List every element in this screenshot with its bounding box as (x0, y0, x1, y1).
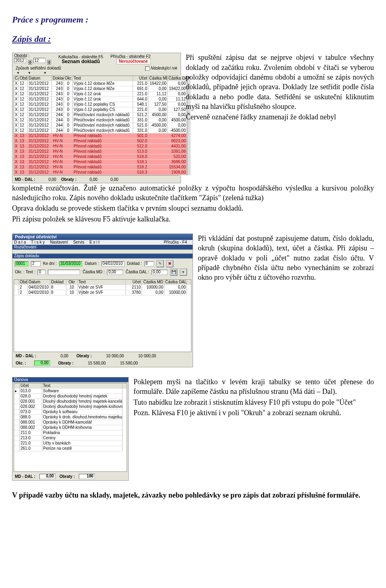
col3-text[interactable]: Text (42, 383, 123, 389)
table-row[interactable]: X1231/12/20122430Výpis č.12 poplatky ČS5… (14, 102, 187, 107)
table-row[interactable]: X1231/12/20122430Výpis č.12 dotace MZe22… (14, 81, 187, 86)
month-spinner[interactable]: ▲▼ (47, 60, 51, 65)
lbl-mddal-a: MD - DAL : (16, 354, 36, 358)
section-heading: Zápis dat : (12, 33, 374, 45)
table-row[interactable]: 211.0Pokladna (14, 430, 127, 436)
table-row[interactable]: X1331/12/2012HV-NPřevod nákladů518.21553… (14, 165, 187, 170)
table-row[interactable]: X1231/12/20122440Přeúčtování mzdových ná… (14, 118, 187, 123)
table-row[interactable]: X1331/12/2012HV-NPřevod nákladů518.0520,… (14, 154, 187, 160)
para-1a: Při spuštění zápisu dat se nejprve objev… (186, 53, 374, 111)
fld-kedni[interactable]: 31/03/2010 (59, 261, 82, 266)
month-input[interactable]: 12 (33, 58, 45, 63)
fld-datum[interactable]: 04/02/2010 (101, 261, 125, 266)
col-ca[interactable]: Ča (14, 76, 19, 81)
pencil-icon[interactable]: ✎ (156, 260, 164, 267)
table-row[interactable]: ▸013.0Software (14, 389, 127, 394)
menu-nastaveni[interactable]: Nastavení (50, 240, 68, 244)
col-dal[interactable]: Částka DAL (168, 76, 187, 81)
table-row[interactable]: 073.0Oprávky k softwaru (14, 410, 127, 415)
col2-dat[interactable]: Datum (28, 280, 50, 285)
col2-uc[interactable]: Účet (126, 280, 142, 285)
menu-tisky[interactable]: T i s k y (31, 240, 45, 244)
arrow-down-icon[interactable]: ▾ (180, 268, 187, 276)
btn-nerozuctovane[interactable]: Nerozúčtované (116, 59, 151, 64)
val-mddal-a: 0,00 (44, 354, 68, 358)
menu-servis[interactable]: Servis (73, 240, 84, 244)
fld-md[interactable]: 0,00 (107, 270, 123, 275)
table-row[interactable]: 213.0Ceniny (14, 436, 127, 441)
col-dat[interactable]: Datum (28, 76, 52, 81)
col2-dok[interactable]: Doklad (50, 280, 66, 285)
fld-id2[interactable]: 2 (31, 261, 41, 266)
col-ucet[interactable]: Účet (133, 76, 148, 81)
screenshot-seznam-dokladu: Období : 2012 ▲▼ 12 ▲▼ Kalkulačka - stis… (12, 53, 181, 183)
table-row[interactable]: X1231/12/20122430Výpis č.12 úrok221.011,… (14, 92, 187, 97)
col3-sel[interactable] (14, 383, 20, 389)
year-spinner[interactable]: ▲▼ (28, 60, 32, 65)
table-row[interactable]: 028.001Dlouhý dlouhodobý hmotný majetek-… (14, 399, 127, 404)
table-row[interactable]: 261.0Peníze na cestě (14, 446, 127, 451)
lbl-obraty-a: Obraty : (76, 354, 92, 358)
table-row[interactable]: 028.0Drobný dlouhodobý hmotný majetek (14, 394, 127, 399)
col-obd[interactable]: Obd. (19, 76, 28, 81)
col2-txt[interactable]: Text (78, 280, 126, 285)
lbl-md: Částka MD : (82, 270, 105, 274)
col-md[interactable]: Částka MD (148, 76, 168, 81)
delete-icon[interactable]: ✖ (166, 260, 173, 267)
menu-data[interactable]: D a t a (14, 240, 26, 244)
chk-nasl-rok[interactable] (145, 66, 150, 71)
lbl-okr-text: Okr. : Text : (15, 270, 35, 274)
table-row[interactable]: X1331/12/2012HV-NPřevod nákladů518.13688… (14, 160, 187, 165)
fld-id1[interactable]: 0001 (15, 261, 29, 266)
col2-obd[interactable]: Obd (19, 280, 28, 285)
table-row[interactable]: X1331/12/2012HV-NPřevod nákladů513.03391… (14, 149, 187, 154)
subtitle-osnova: Osnova (12, 377, 128, 382)
col-dok[interactable]: Doklad (52, 76, 64, 81)
table-row[interactable]: 088.001Oprávky k DDHM-kamcelář (14, 420, 127, 425)
col2-dal[interactable]: Částka DAL (164, 280, 187, 285)
table-row[interactable]: 088.0Oprávky k drob. dlouhod.hmotnému ma… (14, 415, 127, 420)
table-row[interactable]: X1231/12/20122430Výpis č.12 poplatky ČS2… (14, 107, 187, 113)
col-txt[interactable]: Text (73, 76, 133, 81)
fld-dal[interactable]: 0,00 (152, 270, 168, 275)
table-row[interactable]: 204/02/2010810Výběr ze SVF211010000,000,… (14, 285, 191, 290)
table-row[interactable]: 088.002Oprávky k DDHM-knihovna (14, 425, 127, 430)
fld-text[interactable] (48, 270, 80, 275)
table-row[interactable]: X1331/12/2012HV-NPřevod nákladů512.04431… (14, 144, 187, 149)
para-3b: Tuto nabídku lze zobrazit i stisknutím k… (133, 397, 374, 407)
val-obraty-a2: 10 000,00 (132, 354, 156, 358)
fld-doklad[interactable]: 8 (144, 261, 154, 266)
col-okr[interactable]: Okr. (64, 76, 73, 81)
lbl-obraty-3: Obraty : (60, 475, 75, 479)
para-1e: Při zápisu položek se klávesou F5 aktivu… (12, 214, 374, 224)
table-row[interactable]: 028.002Drobný dlouhodobý hmotný majetek-… (14, 404, 127, 410)
table-row[interactable]: X1331/12/2012HV-NPřevod nákladů501.04274… (14, 133, 187, 139)
table-row[interactable]: X1331/12/2012HV-NPřevod nákladů502.09623… (14, 139, 187, 144)
fld-okr[interactable]: 0 (37, 270, 45, 275)
window-titlebar: Podvojné účetnictví (12, 234, 193, 240)
table-row[interactable]: X1231/12/20122440Přeúčtování mzdových ná… (14, 128, 187, 133)
sort-arrows: ▼ ▼ ▼ (12, 72, 181, 75)
col2-okr[interactable]: Okr (66, 280, 78, 285)
table-row[interactable]: X1331/12/2012HV-NPřevod nákladů518.31909… (14, 170, 187, 175)
menu-exit[interactable]: E x i t (90, 240, 100, 244)
save-icon[interactable]: 💾 (170, 268, 177, 276)
table-row[interactable]: 204/02/2010810Výběr ze SVF37800,0010000,… (14, 290, 191, 295)
para-3a: Poklepem myši na tlačítko v levém kraji … (133, 377, 374, 397)
table-row[interactable]: X1231/12/20122440Přeúčtování mzdových ná… (14, 113, 187, 118)
okr-input-b[interactable]: 0,00 (34, 361, 50, 366)
table-row[interactable]: X1231/12/20122430Výpis č.12 dotace MZe69… (14, 86, 187, 92)
para-final: V případě vazby účtu na sklady, majetek,… (12, 490, 374, 500)
col2-md[interactable]: Částka MD (142, 280, 164, 285)
table-row[interactable]: 221.0Účty v bankách (14, 441, 127, 446)
val-mddal-3: 0,00 (39, 474, 55, 479)
grid-title: Seznam dokladů (62, 59, 100, 64)
col3-ucet[interactable]: Účet (20, 383, 42, 389)
page-title: Práce s programem : (12, 14, 374, 26)
val-mddal: 0,00 (40, 178, 56, 182)
table-row[interactable]: X1231/12/20122440Přeúčtování mzdových ná… (14, 123, 187, 128)
year-input[interactable]: 2012 (14, 58, 26, 63)
table-row[interactable]: X1231/12/20122430Výpis č.12 úrok644.00,0… (14, 97, 187, 102)
col2-sel[interactable] (14, 280, 19, 285)
lbl-doklad: Doklad : (127, 262, 142, 266)
